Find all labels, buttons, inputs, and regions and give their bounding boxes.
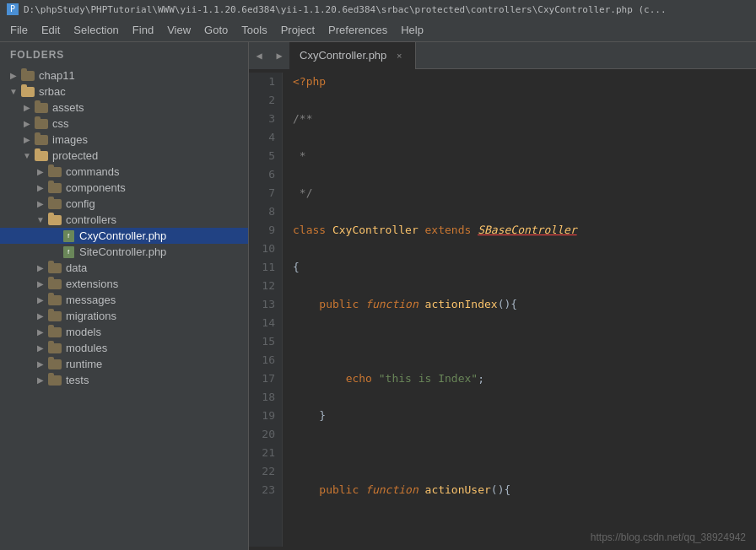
menu-preferences[interactable]: Preferences [321,20,394,40]
tree-item-migrations[interactable]: ▶migrations [0,308,248,324]
folder-icon [47,262,62,274]
tab-bar: ◀ ▶ CxyController.php × [249,42,756,69]
tree-item-extensions[interactable]: ▶extensions [0,276,248,292]
folder-icon [34,134,49,146]
folder-icon [47,166,62,178]
tree-label: assets [52,101,248,114]
sidebar-header: FOLDERS [0,42,248,67]
sidebar: FOLDERS ▶chap11▼srbac▶assets▶css▶images▼… [0,42,249,550]
folder-icon [20,70,35,82]
line-numbers: 12345 678910 1112131415 1617181920 21222… [249,73,283,547]
folder-icon [34,150,49,162]
tree-arrow: ▶ [34,311,47,321]
tree-label: extensions [66,278,248,290]
tree-label: images [52,133,248,146]
menu-selection[interactable]: Selection [67,20,125,40]
menu-help[interactable]: Help [394,20,430,40]
folder-icon [47,294,62,306]
tree-arrow: ▶ [34,327,47,337]
tree-item-runtime[interactable]: ▶runtime [0,356,248,372]
tree-item-commands[interactable]: ▶commands [0,164,248,180]
tree-label: commands [66,165,248,178]
folder-icon [34,118,49,130]
tree-item-config[interactable]: ▶config [0,196,248,212]
editor-tab[interactable]: CxyController.php × [289,42,416,69]
folder-icon [47,342,62,354]
tree-item-CxyController.php[interactable]: fCxyController.php [0,228,248,244]
tree-label: chap11 [39,69,248,82]
tree-label: migrations [66,310,248,322]
tree-item-srbac[interactable]: ▼srbac [0,84,248,100]
folder-icon [47,326,62,338]
folder-icon [47,310,62,322]
tree-arrow: ▶ [20,135,34,144]
main-layout: FOLDERS ▶chap11▼srbac▶assets▶css▶images▼… [0,42,756,550]
tree-arrow: ▶ [34,375,47,385]
tree-item-models[interactable]: ▶models [0,324,248,340]
tree-label: modules [66,342,248,354]
tree-item-data[interactable]: ▶data [0,260,248,276]
menu-tools[interactable]: Tools [235,20,273,40]
tree-arrow: ▼ [7,87,20,96]
tree-label: data [66,262,248,274]
menu-edit[interactable]: Edit [35,20,67,40]
tree-item-SiteController.php[interactable]: fSiteController.php [0,244,248,260]
editor-area: ◀ ▶ CxyController.php × 12345 678910 111… [249,42,756,550]
folder-icon [47,182,62,194]
tree-item-modules[interactable]: ▶modules [0,340,248,356]
folder-icon [20,86,35,98]
tree-arrow: ▶ [34,199,47,208]
tree-item-images[interactable]: ▶images [0,132,248,148]
tree-label: runtime [66,358,248,370]
code-content[interactable]: <?php /** * */ class CxyController exten… [283,73,756,547]
tab-nav-prev[interactable]: ◀ [249,42,269,69]
tree-label: components [66,181,248,194]
app-icon: P [7,3,19,15]
tab-label: CxyController.php [300,49,386,62]
file-icon: f [61,246,76,258]
menu-view[interactable]: View [160,20,197,40]
menu-goto[interactable]: Goto [197,20,235,40]
tree-arrow: ▶ [20,103,34,112]
tree-item-css[interactable]: ▶css [0,116,248,132]
title-path: D:\phpStudy\PHPTutorial\WWW\yii-1.1.20.6… [24,4,667,15]
menu-bar: File Edit Selection Find View Goto Tools… [0,19,756,42]
tree-arrow: ▼ [20,151,34,160]
tree-item-assets[interactable]: ▶assets [0,100,248,116]
tree-arrow: ▶ [34,263,47,272]
tree-arrow: ▶ [34,167,47,176]
menu-find[interactable]: Find [126,20,160,40]
tree-arrow: ▼ [34,215,47,224]
folder-icon [47,198,62,210]
code-editor[interactable]: 12345 678910 1112131415 1617181920 21222… [249,69,756,550]
tree-arrow: ▶ [34,183,47,192]
tree-arrow: ▶ [20,119,34,128]
menu-project[interactable]: Project [274,20,321,40]
tree-label: config [66,197,248,210]
tree-label: CxyController.php [79,229,248,242]
tab-close-button[interactable]: × [393,50,405,62]
tree-label: tests [66,374,248,386]
file-icon: f [61,230,76,242]
folder-icon [47,359,62,370]
menu-file[interactable]: File [3,20,35,40]
watermark: https://blog.csdn.net/qq_38924942 [591,531,746,543]
tree-label: messages [66,294,248,306]
tree-label: SiteController.php [79,245,248,258]
tree-item-protected[interactable]: ▼protected [0,148,248,164]
folder-icon [34,102,49,114]
tab-nav-next[interactable]: ▶ [269,42,289,69]
folder-icon [47,375,62,386]
tree-item-messages[interactable]: ▶messages [0,292,248,308]
tree-item-components[interactable]: ▶components [0,180,248,196]
tree-arrow: ▶ [34,295,47,305]
tree-label: css [52,117,248,130]
tree-label: controllers [66,213,248,226]
tree-item-chap11[interactable]: ▶chap11 [0,67,248,84]
tree-item-controllers[interactable]: ▼controllers [0,212,248,228]
title-bar: P D:\phpStudy\PHPTutorial\WWW\yii-1.1.20… [0,0,756,19]
tree-item-tests[interactable]: ▶tests [0,372,248,388]
editor-wrapper: 12345 678910 1112131415 1617181920 21222… [249,69,756,550]
tree-label: protected [52,149,248,162]
tree-label: models [66,326,248,338]
